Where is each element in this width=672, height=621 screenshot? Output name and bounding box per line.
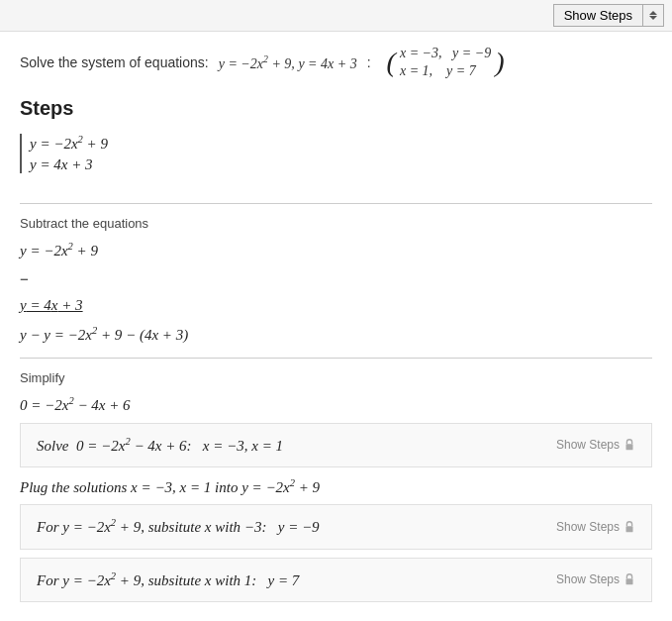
plug-line: Plug the solutions x = −3, x = 1 into y … (20, 477, 652, 496)
system-box: y = −2x2 + 9 y = 4x + 3 (20, 134, 108, 173)
substep-solve-show-steps-label: Show Steps (556, 438, 620, 452)
substep-for1-show-steps[interactable]: Show Steps (556, 520, 635, 534)
svg-rect-1 (626, 526, 633, 532)
result-row1: x = −3, y = −9 (400, 46, 491, 61)
substep-solve-text: Solve 0 = −2x2 − 4x + 6: x = −3, x = 1 (37, 434, 283, 458)
step-simplify: Simplify 0 = −2x2 − 4x + 6 (20, 370, 652, 417)
arrow-up-icon (649, 11, 657, 15)
subtract-line2: y = 4x + 3 (20, 294, 652, 317)
main-content: Solve the system of equations: y = −2x2 … (0, 32, 672, 621)
system-eq1: y = −2x2 + 9 (30, 134, 108, 153)
system-equations: y = −2x2 + 9 y = 4x + 3 (30, 134, 108, 173)
step-subtract: Subtract the equations y = −2x2 + 9 − y … (20, 216, 652, 346)
divider-1 (20, 203, 652, 204)
substep-for2-show-steps-label: Show Steps (556, 572, 620, 586)
matrix-bracket-left: ( (387, 49, 396, 76)
result-row2-col2: y = 7 (446, 63, 476, 78)
subtract-minus: − (20, 268, 652, 291)
lock-icon-1 (624, 438, 635, 452)
result-row1-col1: x = −3, (400, 46, 442, 60)
simplify-result: 0 = −2x2 − 4x + 6 (20, 393, 652, 417)
substep-for2-show-steps[interactable]: Show Steps (556, 572, 635, 586)
problem-line: Solve the system of equations: y = −2x2 … (20, 46, 652, 79)
subtract-label: Subtract the equations (20, 216, 652, 231)
problem-separator: : (367, 54, 371, 70)
subtract-result: y − y = −2x2 + 9 − (4x + 3) (20, 323, 652, 347)
result-matrix: ( x = −3, y = −9 x = 1, y = 7 ) (387, 46, 505, 79)
substep-for2: For y = −2x2 + 9, subsitute x with 1: y … (20, 558, 652, 603)
substep-for1: For y = −2x2 + 9, subsitute x with −3: y… (20, 504, 652, 550)
lock-icon-3 (624, 572, 635, 586)
matrix-bracket-right: ) (495, 49, 504, 76)
substep-for1-text: For y = −2x2 + 9, subsitute x with −3: y… (37, 515, 320, 539)
system-eq2: y = 4x + 3 (30, 156, 108, 173)
result-row2-col1: x = 1, (400, 63, 432, 78)
steps-heading: Steps (20, 97, 652, 120)
show-steps-button[interactable]: Show Steps (553, 4, 664, 27)
substep-for2-text: For y = −2x2 + 9, subsitute x with 1: y … (37, 569, 299, 592)
show-steps-arrow (643, 8, 663, 23)
matrix-content: x = −3, y = −9 x = 1, y = 7 (400, 46, 491, 79)
subtract-line1: y = −2x2 + 9 (20, 239, 652, 262)
substep-for1-show-steps-label: Show Steps (556, 520, 620, 534)
substep-solve: Solve 0 = −2x2 − 4x + 6: x = −3, x = 1 S… (20, 423, 652, 468)
lock-icon-2 (624, 520, 635, 534)
substep-solve-show-steps[interactable]: Show Steps (556, 438, 635, 452)
svg-rect-2 (626, 578, 633, 584)
divider-2 (20, 358, 652, 359)
show-steps-label: Show Steps (554, 5, 643, 26)
svg-rect-0 (626, 444, 633, 450)
problem-equations: y = −2x2 + 9, y = 4x + 3 (219, 53, 357, 72)
result-row1-col2: y = −9 (452, 46, 491, 60)
arrow-down-icon (649, 16, 657, 20)
top-bar: Show Steps (0, 0, 672, 32)
simplify-label: Simplify (20, 370, 652, 385)
problem-label: Solve the system of equations: (20, 54, 209, 70)
result-row2: x = 1, y = 7 (400, 63, 491, 79)
